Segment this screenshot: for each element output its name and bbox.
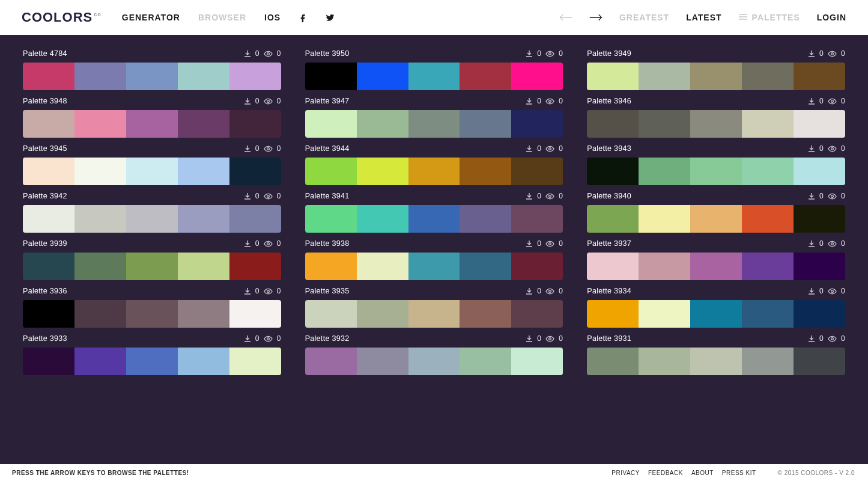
palette-swatches[interactable] bbox=[587, 158, 845, 185]
color-swatch[interactable] bbox=[408, 348, 460, 375]
color-swatch[interactable] bbox=[511, 110, 563, 138]
color-swatch[interactable] bbox=[74, 300, 126, 328]
next-arrow-icon[interactable] bbox=[589, 13, 602, 22]
download-icon[interactable] bbox=[526, 97, 533, 105]
color-swatch[interactable] bbox=[74, 205, 126, 233]
color-swatch[interactable] bbox=[408, 158, 460, 185]
palette-swatches[interactable] bbox=[305, 158, 563, 185]
color-swatch[interactable] bbox=[587, 205, 639, 233]
palette-card[interactable]: Palette 394800 bbox=[23, 97, 281, 138]
color-swatch[interactable] bbox=[408, 63, 460, 90]
palette-card[interactable]: Palette 393800 bbox=[305, 239, 563, 280]
palette-card[interactable]: Palette 393600 bbox=[23, 287, 281, 328]
color-swatch[interactable] bbox=[357, 158, 408, 185]
color-swatch[interactable] bbox=[126, 110, 178, 138]
color-swatch[interactable] bbox=[23, 300, 74, 328]
download-icon[interactable] bbox=[808, 97, 815, 105]
palette-swatches[interactable] bbox=[305, 63, 563, 90]
download-icon[interactable] bbox=[526, 145, 533, 152]
palette-swatches[interactable] bbox=[587, 63, 845, 90]
palette-card[interactable]: Palette 394200 bbox=[23, 192, 281, 233]
color-swatch[interactable] bbox=[511, 253, 563, 280]
color-swatch[interactable] bbox=[639, 158, 690, 185]
color-swatch[interactable] bbox=[126, 158, 178, 185]
color-swatch[interactable] bbox=[408, 205, 460, 233]
download-icon[interactable] bbox=[244, 192, 251, 200]
color-swatch[interactable] bbox=[357, 110, 408, 138]
palette-swatches[interactable] bbox=[305, 253, 563, 280]
palette-card[interactable]: Palette 395000 bbox=[305, 49, 563, 90]
download-icon[interactable] bbox=[526, 50, 533, 57]
color-swatch[interactable] bbox=[587, 158, 639, 185]
palette-card[interactable]: Palette 393100 bbox=[587, 334, 845, 375]
palette-swatches[interactable] bbox=[23, 158, 281, 185]
color-swatch[interactable] bbox=[229, 205, 281, 233]
color-swatch[interactable] bbox=[587, 348, 639, 375]
color-swatch[interactable] bbox=[639, 205, 690, 233]
color-swatch[interactable] bbox=[23, 158, 74, 185]
color-swatch[interactable] bbox=[408, 253, 460, 280]
color-swatch[interactable] bbox=[742, 63, 794, 90]
palette-card[interactable]: Palette 393900 bbox=[23, 239, 281, 280]
palette-swatches[interactable] bbox=[305, 205, 563, 233]
color-swatch[interactable] bbox=[460, 300, 511, 328]
color-swatch[interactable] bbox=[178, 300, 229, 328]
download-icon[interactable] bbox=[244, 97, 251, 105]
color-swatch[interactable] bbox=[639, 348, 690, 375]
color-swatch[interactable] bbox=[305, 348, 357, 375]
color-swatch[interactable] bbox=[23, 348, 74, 375]
color-swatch[interactable] bbox=[357, 205, 408, 233]
palette-card[interactable]: Palette 393700 bbox=[587, 239, 845, 280]
color-swatch[interactable] bbox=[178, 253, 229, 280]
palette-card[interactable]: Palette 393300 bbox=[23, 334, 281, 375]
palette-card[interactable]: Palette 394700 bbox=[305, 97, 563, 138]
nav-ios[interactable]: IOS bbox=[264, 13, 281, 22]
palette-swatches[interactable] bbox=[23, 205, 281, 233]
download-icon[interactable] bbox=[526, 287, 533, 295]
color-swatch[interactable] bbox=[639, 300, 690, 328]
color-swatch[interactable] bbox=[229, 253, 281, 280]
palette-card[interactable]: Palette 393200 bbox=[305, 334, 563, 375]
color-swatch[interactable] bbox=[690, 110, 742, 138]
palette-card[interactable]: Palette 394400 bbox=[305, 144, 563, 185]
download-icon[interactable] bbox=[808, 192, 815, 200]
sort-greatest[interactable]: GREATEST bbox=[619, 13, 669, 22]
palette-swatches[interactable] bbox=[587, 348, 845, 375]
color-swatch[interactable] bbox=[511, 205, 563, 233]
download-icon[interactable] bbox=[808, 287, 815, 295]
color-swatch[interactable] bbox=[639, 253, 690, 280]
color-swatch[interactable] bbox=[639, 110, 690, 138]
download-icon[interactable] bbox=[808, 240, 815, 247]
palette-card[interactable]: Palette 394900 bbox=[587, 49, 845, 90]
color-swatch[interactable] bbox=[74, 253, 126, 280]
color-swatch[interactable] bbox=[639, 63, 690, 90]
color-swatch[interactable] bbox=[178, 158, 229, 185]
footer-about[interactable]: ABOUT bbox=[691, 470, 714, 476]
color-swatch[interactable] bbox=[511, 63, 563, 90]
palette-swatches[interactable] bbox=[305, 110, 563, 138]
color-swatch[interactable] bbox=[408, 110, 460, 138]
palette-swatches[interactable] bbox=[23, 253, 281, 280]
color-swatch[interactable] bbox=[511, 158, 563, 185]
color-swatch[interactable] bbox=[229, 300, 281, 328]
palette-card[interactable]: Palette 394600 bbox=[587, 97, 845, 138]
sort-latest[interactable]: LATEST bbox=[686, 13, 721, 22]
color-swatch[interactable] bbox=[742, 110, 794, 138]
color-swatch[interactable] bbox=[229, 110, 281, 138]
color-swatch[interactable] bbox=[178, 205, 229, 233]
color-swatch[interactable] bbox=[126, 205, 178, 233]
nav-generator[interactable]: GENERATOR bbox=[122, 13, 180, 22]
color-swatch[interactable] bbox=[690, 348, 742, 375]
color-swatch[interactable] bbox=[408, 300, 460, 328]
color-swatch[interactable] bbox=[178, 110, 229, 138]
color-swatch[interactable] bbox=[305, 63, 357, 90]
color-swatch[interactable] bbox=[587, 63, 639, 90]
color-swatch[interactable] bbox=[23, 205, 74, 233]
nav-browser[interactable]: BROWSER bbox=[198, 13, 246, 22]
footer-presskit[interactable]: PRESS KIT bbox=[722, 470, 756, 476]
color-swatch[interactable] bbox=[305, 253, 357, 280]
color-swatch[interactable] bbox=[357, 253, 408, 280]
color-swatch[interactable] bbox=[23, 110, 74, 138]
download-icon[interactable] bbox=[244, 335, 251, 342]
color-swatch[interactable] bbox=[460, 63, 511, 90]
